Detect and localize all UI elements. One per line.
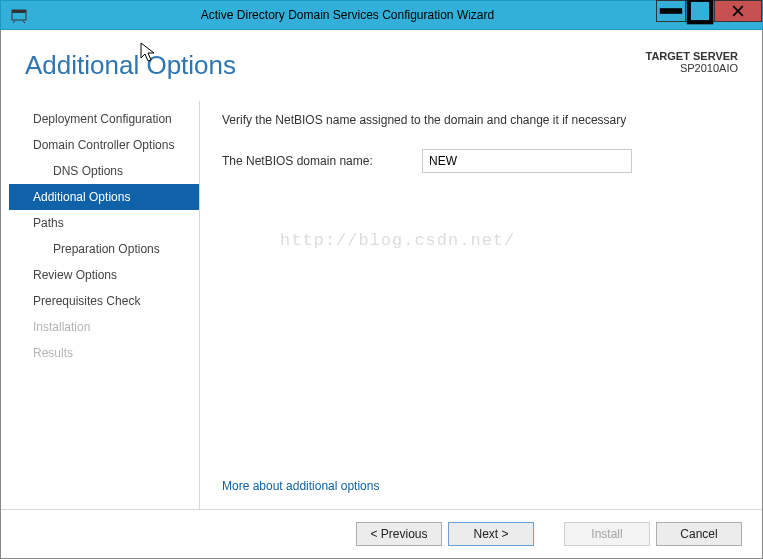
content-panel: Verify the NetBIOS name assigned to the … — [199, 101, 754, 509]
install-button: Install — [564, 522, 650, 546]
app-icon — [5, 1, 33, 29]
cancel-button[interactable]: Cancel — [656, 522, 742, 546]
sidebar-item-dns-options[interactable]: DNS Options — [9, 158, 199, 184]
close-button[interactable] — [714, 0, 762, 22]
page-title: Additional Options — [25, 50, 236, 81]
watermark-text: http://blog.csdn.net/ — [280, 231, 515, 250]
more-about-link[interactable]: More about additional options — [222, 479, 742, 493]
window-title: Active Directory Domain Services Configu… — [33, 8, 762, 22]
previous-button[interactable]: < Previous — [356, 522, 442, 546]
titlebar: Active Directory Domain Services Configu… — [0, 0, 763, 30]
netbios-label: The NetBIOS domain name: — [222, 154, 422, 168]
sidebar-item-installation: Installation — [9, 314, 199, 340]
netbios-input[interactable] — [422, 149, 632, 173]
sidebar-item-preparation-options[interactable]: Preparation Options — [9, 236, 199, 262]
wizard-header: Additional Options TARGET SERVER SP2010A… — [1, 30, 762, 91]
netbios-row: The NetBIOS domain name: — [222, 149, 742, 173]
wizard-footer: < Previous Next > Install Cancel — [1, 509, 762, 558]
sidebar-item-paths[interactable]: Paths — [9, 210, 199, 236]
instruction-text: Verify the NetBIOS name assigned to the … — [222, 113, 742, 127]
sidebar-item-review-options[interactable]: Review Options — [9, 262, 199, 288]
sidebar-item-prerequisites-check[interactable]: Prerequisites Check — [9, 288, 199, 314]
next-button[interactable]: Next > — [448, 522, 534, 546]
target-server-block: TARGET SERVER SP2010AIO — [646, 50, 739, 74]
minimize-button[interactable] — [656, 0, 686, 22]
svg-rect-3 — [689, 0, 711, 22]
sidebar-item-additional-options[interactable]: Additional Options — [9, 184, 199, 210]
svg-rect-1 — [12, 10, 26, 13]
window-controls — [657, 0, 762, 22]
sidebar-item-deployment-configuration[interactable]: Deployment Configuration — [9, 106, 199, 132]
maximize-button[interactable] — [685, 0, 715, 22]
sidebar-item-domain-controller-options[interactable]: Domain Controller Options — [9, 132, 199, 158]
wizard-steps-sidebar: Deployment Configuration Domain Controll… — [9, 101, 199, 509]
target-server-name: SP2010AIO — [646, 62, 739, 74]
sidebar-item-results: Results — [9, 340, 199, 366]
target-server-label: TARGET SERVER — [646, 50, 739, 62]
